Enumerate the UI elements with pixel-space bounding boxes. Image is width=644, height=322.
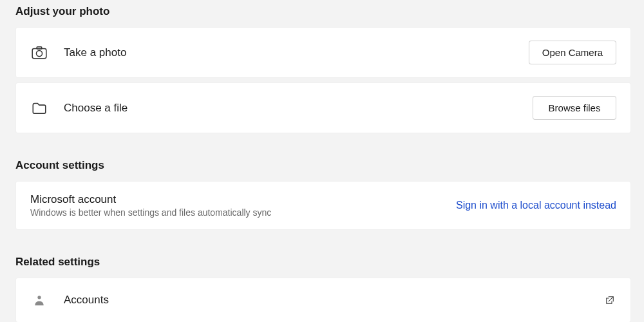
person-icon — [30, 291, 48, 309]
adjust-photo-heading: Adjust your photo — [15, 5, 631, 18]
choose-file-label: Choose a file — [64, 102, 533, 115]
accounts-title: Accounts — [64, 294, 596, 307]
local-account-link[interactable]: Sign in with a local account instead — [456, 200, 616, 211]
choose-file-row: Choose a file Browse files — [15, 82, 631, 133]
svg-point-1 — [36, 50, 42, 56]
camera-icon — [30, 44, 48, 62]
microsoft-account-title: Microsoft account — [30, 193, 456, 206]
open-camera-button[interactable]: Open Camera — [529, 41, 616, 64]
related-settings-heading: Related settings — [15, 256, 631, 269]
browse-files-button[interactable]: Browse files — [533, 96, 616, 120]
folder-icon — [30, 99, 48, 117]
account-settings-heading: Account settings — [15, 159, 631, 172]
microsoft-account-row: Microsoft account Windows is better when… — [15, 181, 631, 230]
svg-point-3 — [37, 296, 41, 299]
take-photo-label: Take a photo — [64, 46, 529, 59]
accounts-row[interactable]: Accounts — [15, 278, 631, 322]
external-link-icon — [603, 294, 616, 307]
take-photo-row: Take a photo Open Camera — [15, 27, 631, 78]
svg-rect-2 — [37, 46, 42, 48]
microsoft-account-description: Windows is better when settings and file… — [30, 207, 456, 218]
